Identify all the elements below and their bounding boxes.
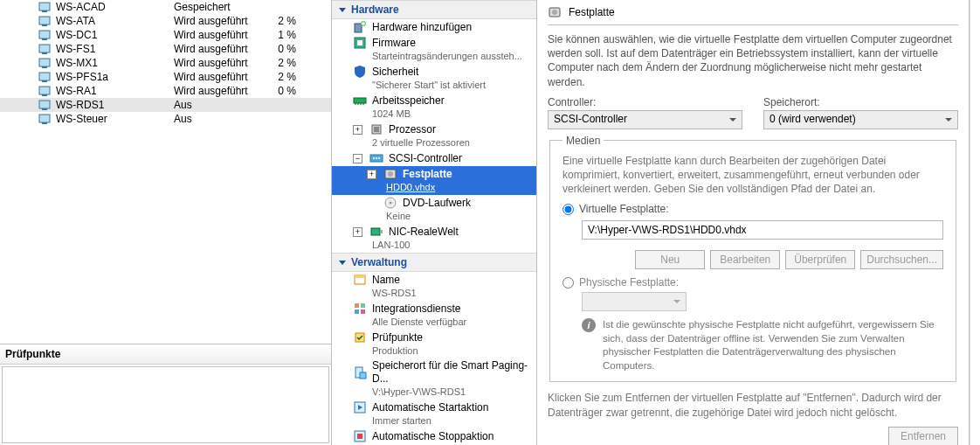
svg-rect-4 (39, 31, 50, 38)
services-icon (353, 302, 367, 316)
chevron-down-icon (339, 8, 346, 12)
vm-state: Wird ausgeführt (174, 71, 261, 83)
svg-point-48 (552, 10, 557, 15)
vm-name: WS-FS1 (56, 43, 174, 55)
vm-state: Wird ausgeführt (174, 29, 261, 41)
svg-rect-43 (360, 372, 366, 379)
tree-processor[interactable]: + Prozessor 2 virtuelle Prozessoren (332, 122, 536, 150)
paging-file-icon (353, 365, 367, 379)
media-legend: Medien (562, 135, 604, 147)
add-hardware-icon (353, 20, 367, 34)
tree-mgmt-checkpoints[interactable]: Prüfpunkte Produktion (332, 330, 536, 358)
tree-hard-disk[interactable]: + Festplatte HDD0.vhdx (332, 166, 536, 195)
vm-row[interactable]: WS-DC1Wird ausgeführt1 % (0, 28, 331, 42)
svg-rect-17 (42, 122, 47, 124)
vm-name: WS-ACAD (56, 1, 174, 13)
svg-rect-10 (39, 73, 50, 80)
svg-rect-7 (42, 52, 47, 54)
vm-row[interactable]: WS-RA1Wird ausgeführt0 % (0, 84, 331, 98)
tree-firmware[interactable]: Firmware Starteintragsänderungen aussteh… (332, 35, 536, 64)
firmware-icon (353, 36, 367, 50)
vm-row[interactable]: WS-SteuerAus (0, 112, 331, 126)
vm-name: WS-RA1 (56, 85, 174, 97)
tree-mgmt-autostart[interactable]: Automatische Startaktion Immer starten (332, 400, 536, 428)
vm-row[interactable]: WS-ACADGespeichert (0, 0, 331, 14)
disc-icon (383, 196, 397, 210)
vm-state: Gespeichert (174, 1, 261, 13)
svg-rect-22 (354, 98, 366, 103)
vm-row[interactable]: WS-PFS1aWird ausgeführt2 % (0, 70, 331, 84)
svg-rect-13 (42, 94, 47, 96)
tree-add-hardware[interactable]: Hardware hinzufügen (332, 19, 536, 35)
radio-physical-disk[interactable]: Physische Festplatte: (562, 276, 943, 289)
vm-row[interactable]: WS-FS1Wird ausgeführt0 % (0, 42, 331, 56)
controller-combo[interactable]: SCSI-Controller (548, 110, 742, 129)
tree-mgmt-integration[interactable]: Integrationsdienste Alle Dienste verfügb… (332, 301, 536, 330)
detail-intro: Sie können auswählen, wie die virtuelle … (548, 32, 958, 89)
autostop-icon (353, 429, 367, 443)
radio-physical-input[interactable] (562, 277, 574, 289)
svg-rect-34 (380, 230, 383, 233)
svg-rect-16 (39, 115, 50, 122)
tree-scsi-controller[interactable]: − SCSI-Controller (332, 150, 536, 166)
vm-state: Aus (174, 113, 261, 125)
vm-name: WS-Steuer (56, 113, 174, 125)
info-icon: i (582, 318, 596, 332)
vm-list[interactable]: WS-ACADGespeichertWS-ATAWird ausgeführt2… (0, 0, 331, 126)
tree-nic[interactable]: + NIC-RealeWelt LAN-100 (332, 224, 536, 253)
tree-memory[interactable]: Arbeitsspeicher 1024 MB (332, 93, 536, 122)
expand-icon[interactable]: + (367, 170, 376, 179)
svg-rect-1 (42, 10, 47, 12)
vm-icon (38, 15, 51, 27)
collapse-icon[interactable]: − (353, 154, 362, 163)
svg-rect-21 (357, 40, 362, 45)
vm-name: WS-PFS1a (56, 71, 174, 83)
media-fieldset: Medien Eine virtuelle Festplatte kann du… (549, 135, 956, 383)
vm-cpu: 1 % (261, 29, 296, 41)
vm-row[interactable]: WS-RDS1Aus (0, 98, 331, 112)
checkpoints-body[interactable] (2, 366, 329, 443)
cpu-icon (369, 122, 383, 136)
vm-icon (38, 85, 51, 97)
checkpoint-icon (353, 330, 367, 344)
tree-mgmt-name[interactable]: Name WS-RDS1 (332, 272, 536, 301)
physical-disk-combo (582, 292, 687, 311)
radio-virtual-input[interactable] (562, 204, 574, 215)
name-tag-icon (353, 273, 367, 287)
svg-rect-6 (39, 45, 50, 52)
svg-rect-38 (361, 303, 365, 308)
edit-button[interactable]: Bearbeiten (710, 250, 780, 269)
tree-mgmt-autostop[interactable]: Automatische Stoppaktion Speichern (332, 428, 536, 445)
svg-rect-8 (39, 59, 50, 66)
svg-rect-0 (39, 3, 50, 10)
tree-mgmt-smart-paging[interactable]: Speicherort für die Smart Paging-D... V:… (332, 358, 536, 400)
svg-rect-14 (39, 101, 50, 108)
new-button[interactable]: Neu (635, 250, 705, 269)
browse-button[interactable]: Durchsuchen... (860, 250, 943, 269)
vm-state: Wird ausgeführt (174, 43, 261, 55)
section-hardware[interactable]: Hardware (332, 0, 536, 19)
vm-row[interactable]: WS-ATAWird ausgeführt2 % (0, 14, 331, 28)
svg-rect-11 (42, 80, 47, 82)
vhd-path-input[interactable] (582, 220, 943, 240)
tree-dvd-drive[interactable]: DVD-Laufwerk Keine (332, 195, 536, 224)
location-combo[interactable]: 0 (wird verwendet) (763, 110, 958, 129)
vm-cpu: 2 % (261, 57, 296, 69)
svg-rect-2 (39, 17, 50, 24)
checkpoints-panel: Prüfpunkte (0, 344, 331, 445)
vm-name: WS-DC1 (56, 29, 174, 41)
media-intro: Eine virtuelle Festplatte kann durch Bea… (562, 154, 943, 197)
expand-icon[interactable]: + (353, 125, 362, 135)
remove-button[interactable]: Entfernen (888, 427, 958, 445)
vm-name: WS-RDS1 (56, 99, 174, 111)
expand-icon[interactable]: + (353, 227, 362, 237)
section-management[interactable]: Verwaltung (332, 253, 536, 272)
radio-virtual-disk[interactable]: Virtuelle Festplatte: (562, 203, 943, 215)
vm-row[interactable]: WS-MX1Wird ausgeführt2 % (0, 56, 331, 70)
vm-icon (38, 57, 51, 69)
vm-cpu: 0 % (261, 85, 296, 97)
controller-label: Controller: (548, 96, 742, 108)
tree-security[interactable]: Sicherheit "Sicherer Start" ist aktivier… (332, 64, 536, 93)
svg-rect-18 (355, 24, 362, 32)
inspect-button[interactable]: Überprüfen (785, 250, 855, 269)
